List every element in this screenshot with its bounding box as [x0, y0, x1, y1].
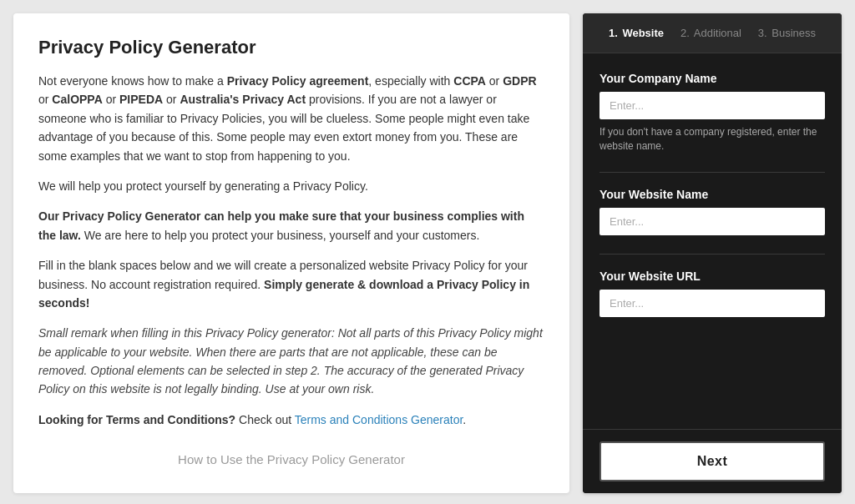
looking-paragraph: Looking for Terms and Conditions? Check …: [38, 411, 544, 429]
right-panel: 1. Website 2. Additional 3. Business You…: [583, 13, 842, 493]
intro-mid4: or: [103, 93, 119, 106]
italic-note: Small remark when filling in this Privac…: [38, 324, 544, 399]
website-url-input[interactable]: [600, 290, 825, 317]
step-1-website[interactable]: 1. Website: [609, 27, 664, 39]
steps-bar: 1. Website 2. Additional 3. Business: [583, 13, 842, 53]
looking-end: .: [463, 413, 466, 426]
website-name-input[interactable]: [600, 208, 825, 235]
company-name-label: Your Company Name: [600, 72, 825, 85]
website-name-label: Your Website Name: [600, 188, 825, 201]
step1-label: Website: [622, 27, 664, 39]
step3-number: 3.: [758, 27, 767, 39]
intro-bold5: PIPEDA: [119, 93, 163, 106]
page-title: Privacy Policy Generator: [38, 37, 544, 58]
intro-text: Not everyone knows how to make a: [38, 74, 227, 88]
step2-label: Additional: [694, 27, 741, 39]
divider-2: [600, 254, 825, 255]
step-2-additional[interactable]: 2. Additional: [680, 27, 741, 39]
paragraph2: We will help you protect yourself by gen…: [38, 177, 544, 195]
website-url-label: Your Website URL: [600, 270, 825, 283]
step-3-business[interactable]: 3. Business: [758, 27, 816, 39]
intro-bold1: Privacy Policy agreement: [227, 74, 369, 88]
next-button-area: Next: [583, 429, 842, 493]
website-url-group: Your Website URL: [600, 270, 825, 317]
intro-mid3: or: [38, 93, 52, 106]
intro-bold2: CCPA: [453, 74, 486, 88]
terms-conditions-link[interactable]: Terms and Conditions Generator: [295, 413, 463, 426]
website-name-group: Your Website Name: [600, 188, 825, 235]
intro-paragraph: Not everyone knows how to make a Privacy…: [38, 72, 544, 165]
form-area: Your Company Name If you don't have a co…: [583, 53, 842, 429]
intro-mid2: or: [486, 74, 503, 88]
next-button[interactable]: Next: [600, 441, 825, 481]
company-name-input[interactable]: [600, 92, 825, 119]
paragraph4: Fill in the blank spaces below and we wi…: [38, 256, 544, 312]
intro-mid5: or: [163, 93, 180, 106]
bottom-label: How to Use the Privacy Policy Generator: [38, 441, 544, 470]
intro-bold4: CalOPPA: [52, 93, 102, 106]
intro-mid1: , especially with: [368, 74, 453, 88]
left-panel: Privacy Policy Generator Not everyone kn…: [13, 13, 569, 493]
paragraph3-rest: We are here to help you protect your bus…: [81, 229, 480, 242]
step2-number: 2.: [680, 27, 690, 39]
company-name-group: Your Company Name If you don't have a co…: [600, 72, 825, 154]
page-wrapper: Privacy Policy Generator Not everyone kn…: [13, 13, 842, 493]
intro-bold6: Australia's Privacy Act: [180, 93, 306, 106]
step3-label: Business: [772, 27, 816, 39]
looking-bold: Looking for Terms and Conditions?: [38, 413, 235, 426]
divider-1: [600, 172, 825, 173]
paragraph3: Our Privacy Policy Generator can help yo…: [38, 207, 544, 244]
looking-rest: Check out: [235, 413, 295, 426]
company-name-hint: If you don't have a company registered, …: [600, 125, 825, 154]
step1-number: 1.: [609, 27, 618, 39]
intro-bold3: GDPR: [503, 74, 536, 88]
